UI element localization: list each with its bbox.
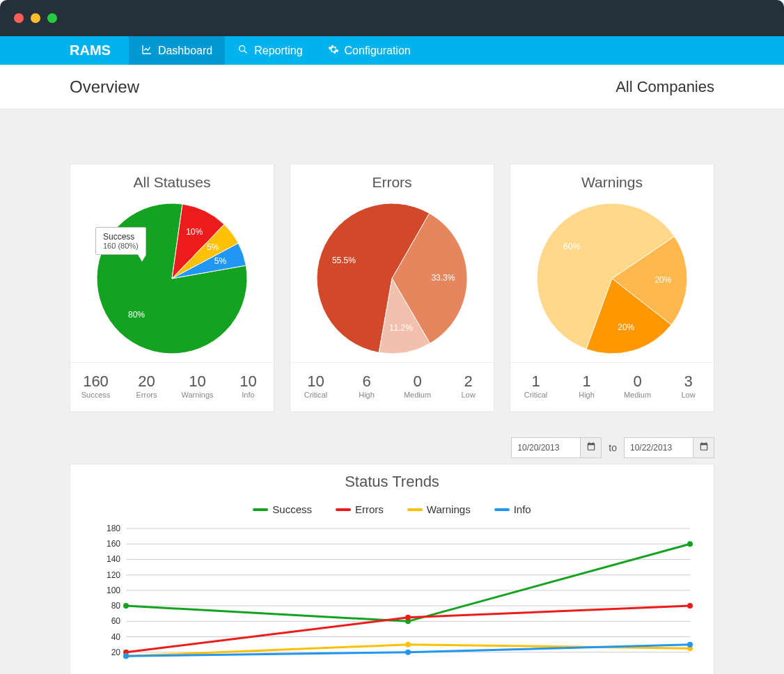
svg-text:80: 80 bbox=[111, 601, 121, 611]
stat-label: Critical bbox=[290, 391, 341, 399]
calendar-button-to[interactable] bbox=[693, 437, 714, 458]
svg-text:55.5%: 55.5% bbox=[332, 256, 356, 265]
date-range-row: to bbox=[70, 437, 714, 458]
date-to-group bbox=[624, 437, 714, 458]
card-status-trends: Status Trends Success Errors Warnings In… bbox=[70, 464, 714, 674]
legend-warnings: Warnings bbox=[407, 503, 471, 515]
stat-num: 2 bbox=[443, 373, 494, 391]
date-from-group bbox=[511, 437, 602, 458]
nav-dashboard-label: Dashboard bbox=[158, 45, 212, 57]
pie-chart: 55.5%33.3%11.2% bbox=[315, 202, 469, 355]
svg-text:11.2%: 11.2% bbox=[389, 323, 413, 333]
svg-point-38 bbox=[123, 653, 129, 659]
stat-label: Critical bbox=[510, 391, 561, 399]
svg-text:60%: 60% bbox=[563, 242, 580, 251]
stat-item: 10Critical bbox=[290, 363, 341, 412]
stat-label: Warnings bbox=[172, 391, 223, 399]
svg-text:5%: 5% bbox=[214, 256, 227, 266]
legend-info: Info bbox=[494, 503, 531, 515]
svg-text:120: 120 bbox=[107, 570, 120, 580]
stats-row: 1Critical1High0Medium3Low bbox=[510, 362, 714, 412]
svg-point-40 bbox=[687, 642, 693, 648]
pie-warnings: 60%20%20% bbox=[510, 195, 714, 362]
calendar-button-from[interactable] bbox=[581, 437, 602, 458]
svg-point-36 bbox=[405, 642, 411, 648]
stat-num: 10 bbox=[172, 373, 223, 391]
stat-num: 0 bbox=[392, 373, 443, 391]
window-titlebar bbox=[0, 0, 784, 36]
stat-num: 20 bbox=[121, 373, 172, 391]
stat-item: 6High bbox=[341, 363, 392, 412]
date-from-input[interactable] bbox=[511, 437, 581, 458]
svg-text:60: 60 bbox=[111, 616, 121, 626]
chart-line-icon bbox=[141, 44, 152, 58]
card-all-statuses: All Statuses Success 160 (80%) 80%10%5%5… bbox=[70, 164, 274, 412]
gear-icon bbox=[328, 44, 339, 58]
stat-label: Low bbox=[663, 391, 714, 399]
stat-label: Success bbox=[70, 391, 121, 399]
nav-configuration[interactable]: Configuration bbox=[315, 36, 423, 65]
svg-point-29 bbox=[123, 603, 129, 609]
stat-num: 1 bbox=[561, 373, 612, 391]
svg-text:40: 40 bbox=[111, 632, 121, 642]
stat-label: High bbox=[561, 391, 612, 399]
top-nav: RAMS Dashboard Reporting Configuration bbox=[0, 36, 784, 65]
minimize-dot[interactable] bbox=[31, 13, 40, 23]
tooltip-title: Success bbox=[103, 232, 139, 242]
svg-point-34 bbox=[687, 603, 693, 609]
stat-label: Low bbox=[443, 391, 494, 399]
trends-legend: Success Errors Warnings Info bbox=[84, 503, 700, 515]
svg-text:20%: 20% bbox=[618, 322, 634, 332]
brand: RAMS bbox=[0, 36, 129, 65]
stat-label: Errors bbox=[121, 391, 172, 399]
line-chart: 18016014012010080604020 bbox=[84, 525, 704, 671]
stat-label: Info bbox=[223, 391, 274, 399]
card-title: Warnings bbox=[510, 164, 714, 195]
stat-item: 10Info bbox=[223, 363, 274, 412]
svg-text:10%: 10% bbox=[186, 227, 203, 237]
stats-row: 160Success20Errors10Warnings10Info bbox=[70, 362, 274, 412]
stats-row: 10Critical6High0Medium2Low bbox=[290, 362, 494, 412]
stat-item: 2Low bbox=[443, 363, 494, 412]
date-to-input[interactable] bbox=[624, 437, 693, 458]
card-title: All Statuses bbox=[70, 164, 274, 195]
nav-dashboard[interactable]: Dashboard bbox=[129, 36, 225, 65]
main-canvas: All Statuses Success 160 (80%) 80%10%5%5… bbox=[0, 109, 784, 674]
stat-item: 0Medium bbox=[392, 363, 443, 412]
svg-point-31 bbox=[687, 541, 693, 547]
nav-configuration-label: Configuration bbox=[345, 45, 411, 57]
stat-num: 6 bbox=[341, 373, 392, 391]
card-errors: Errors 55.5%33.3%11.2% 10Critical6High0M… bbox=[290, 164, 494, 412]
stat-item: 20Errors bbox=[121, 363, 172, 412]
svg-text:80%: 80% bbox=[128, 310, 145, 320]
svg-text:140: 140 bbox=[107, 554, 120, 564]
date-to-label: to bbox=[609, 442, 617, 453]
pie-all-statuses: Success 160 (80%) 80%10%5%5% bbox=[70, 195, 274, 362]
zoom-dot[interactable] bbox=[47, 13, 57, 23]
pie-cards-row: All Statuses Success 160 (80%) 80%10%5%5… bbox=[70, 164, 714, 412]
svg-text:33.3%: 33.3% bbox=[431, 273, 455, 283]
nav-reporting[interactable]: Reporting bbox=[225, 36, 315, 65]
pie-errors: 55.5%33.3%11.2% bbox=[290, 195, 494, 362]
stat-num: 3 bbox=[663, 373, 714, 391]
stat-num: 160 bbox=[70, 373, 121, 391]
svg-text:5%: 5% bbox=[207, 242, 219, 252]
stat-label: Medium bbox=[392, 391, 443, 399]
scope-label: All Companies bbox=[616, 78, 714, 96]
svg-text:20%: 20% bbox=[654, 275, 671, 285]
pie-chart: 60%20%20% bbox=[535, 202, 689, 355]
stat-label: Medium bbox=[612, 391, 663, 399]
sub-header: Overview All Companies bbox=[0, 65, 784, 109]
calendar-icon bbox=[586, 441, 596, 454]
stat-num: 10 bbox=[290, 373, 341, 391]
card-title: Errors bbox=[290, 164, 494, 195]
stat-item: 3Low bbox=[663, 363, 714, 412]
nav-reporting-label: Reporting bbox=[254, 45, 302, 57]
legend-success: Success bbox=[253, 503, 312, 515]
search-icon bbox=[237, 44, 249, 58]
svg-text:20: 20 bbox=[111, 648, 121, 657]
stat-label: High bbox=[341, 391, 392, 399]
svg-text:180: 180 bbox=[107, 525, 120, 533]
trends-title: Status Trends bbox=[84, 473, 700, 491]
close-dot[interactable] bbox=[14, 13, 24, 23]
